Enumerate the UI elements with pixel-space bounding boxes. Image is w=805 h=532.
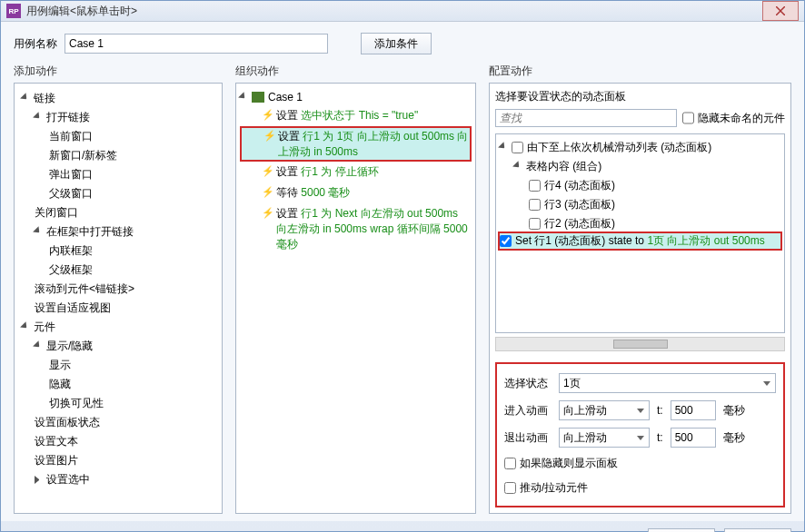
- search-input[interactable]: [495, 109, 677, 127]
- add-condition-button[interactable]: 添加条件: [361, 33, 432, 54]
- mid-panel: Case 1 ⚡设置 选中状态于 This = "true" ⚡设置 行1 为 …: [235, 83, 476, 514]
- tree-show-hide[interactable]: 显示/隐藏: [18, 337, 218, 356]
- show-if-hidden-check[interactable]: 如果隐藏则显示面板: [504, 455, 618, 472]
- window: RP 用例编辑<鼠标单击时> 用例名称 添加条件 添加动作 链接 打开链接 当前…: [0, 0, 805, 532]
- ms-label: 毫秒: [723, 430, 745, 446]
- config-box: 选择状态 1页 进入动画 向上滑动 t: 毫秒 退出动: [495, 362, 785, 507]
- left-header: 添加动作: [14, 64, 223, 79]
- plist-row3[interactable]: 行3 (动态面板): [500, 195, 780, 214]
- enter-anim-label: 进入动画: [504, 403, 552, 419]
- tree-widgets[interactable]: 元件: [18, 318, 218, 337]
- tree-adaptive[interactable]: 设置自适应视图: [18, 299, 218, 318]
- org-tree: Case 1 ⚡设置 选中状态于 This = "true" ⚡设置 行1 为 …: [236, 84, 475, 260]
- exit-anim-select[interactable]: 向上滑动: [559, 428, 650, 448]
- left-panel: 链接 打开链接 当前窗口 新窗口/新标签 弹出窗口 父级窗口 关闭窗口 在框架中…: [14, 83, 223, 514]
- tree-scroll-to[interactable]: 滚动到元件<锚链接>: [18, 280, 218, 299]
- top-row: 用例名称 添加条件: [14, 33, 791, 54]
- tree-close-window[interactable]: 关闭窗口: [18, 203, 218, 222]
- case-icon: [252, 92, 264, 103]
- select-state-label: 选择状态: [504, 376, 552, 391]
- left-column: 添加动作 链接 打开链接 当前窗口 新窗口/新标签 弹出窗口 父级窗口 关闭窗口…: [14, 64, 223, 514]
- case-name-input[interactable]: [65, 34, 328, 54]
- plist-group[interactable]: 表格内容 (组合): [500, 157, 780, 176]
- panel-list: 由下至上依次机械滑动列表 (动态面板) 表格内容 (组合) 行4 (动态面板) …: [495, 133, 785, 333]
- exit-anim-label: 退出动画: [504, 430, 552, 446]
- columns: 添加动作 链接 打开链接 当前窗口 新窗口/新标签 弹出窗口 父级窗口 关闭窗口…: [14, 64, 791, 514]
- action-item-5[interactable]: ⚡设置 行1 为 Next 向左滑动 out 500ms 向左滑动 in 500…: [240, 203, 472, 254]
- bolt-icon: ⚡: [262, 108, 273, 123]
- bolt-icon: ⚡: [262, 206, 273, 251]
- caret-icon: [20, 93, 32, 104]
- tree-current-window[interactable]: 当前窗口: [18, 127, 218, 146]
- caret-icon: [498, 142, 510, 153]
- tree-set-selected[interactable]: 设置选中: [18, 470, 218, 489]
- hide-unnamed-check[interactable]: 隐藏未命名的元件: [682, 108, 785, 128]
- plist-row2[interactable]: 行2 (动态面板): [500, 214, 780, 233]
- bolt-icon: ⚡: [262, 164, 273, 180]
- tree-hide[interactable]: 隐藏: [18, 375, 218, 394]
- action-item-3[interactable]: ⚡设置 行1 为 停止循环: [240, 162, 472, 182]
- caret-icon: [33, 340, 45, 352]
- tree-open-link[interactable]: 打开链接: [18, 108, 218, 127]
- close-button[interactable]: [762, 1, 799, 21]
- enter-anim-time[interactable]: [671, 400, 716, 420]
- tree-links[interactable]: 链接: [18, 89, 218, 108]
- action-item-4[interactable]: ⚡等待 5000 毫秒: [240, 182, 472, 203]
- plist-root[interactable]: 由下至上依次机械滑动列表 (动态面板): [500, 138, 780, 157]
- tree-inline-frame[interactable]: 内联框架: [18, 241, 218, 261]
- choose-panel-label: 选择要设置状态的动态面板: [495, 89, 785, 104]
- case-name-label: 用例名称: [14, 36, 57, 52]
- content: 用例名称 添加条件 添加动作 链接 打开链接 当前窗口 新窗口/新标签 弹出窗口…: [1, 22, 804, 521]
- case-root[interactable]: Case 1: [240, 89, 472, 105]
- tree-open-in-frame[interactable]: 在框架中打开链接: [18, 222, 218, 241]
- hscrollbar[interactable]: [495, 337, 785, 351]
- caret-icon: [512, 161, 524, 172]
- tree-panel-state[interactable]: 设置面板状态: [18, 413, 218, 432]
- ms-label: 毫秒: [723, 403, 745, 419]
- right-panel: 选择要设置状态的动态面板 隐藏未命名的元件 由下至上依次机械滑动列表 (动态面板…: [489, 83, 791, 514]
- bolt-icon: ⚡: [262, 185, 273, 201]
- tree-parent-frame[interactable]: 父级框架: [18, 261, 218, 280]
- window-title: 用例编辑<鼠标单击时>: [26, 4, 760, 19]
- caret-icon: [20, 321, 32, 333]
- action-item-2[interactable]: ⚡设置 行1 为 1页 向上滑动 out 500ms 向上滑动 in 500ms: [240, 126, 472, 163]
- caret-icon: [35, 476, 43, 484]
- plist-row1[interactable]: Set 行1 (动态面板) state to 1页 向上滑动 out 500ms: [498, 232, 782, 251]
- tree-set-text[interactable]: 设置文本: [18, 432, 218, 451]
- footer: 确定 取消: [1, 521, 804, 532]
- t-label: t:: [657, 404, 663, 417]
- t-label: t:: [657, 431, 663, 444]
- enter-anim-select[interactable]: 向上滑动: [559, 400, 650, 420]
- tree-parent-window[interactable]: 父级窗口: [18, 184, 218, 203]
- ok-button[interactable]: 确定: [648, 528, 715, 532]
- mid-column: 组织动作 Case 1 ⚡设置 选中状态于 This = "true" ⚡设置 …: [235, 64, 476, 514]
- push-pull-check[interactable]: 推动/拉动元件: [504, 479, 588, 497]
- tree-show[interactable]: 显示: [18, 356, 218, 375]
- cancel-button[interactable]: 取消: [724, 528, 791, 532]
- titlebar: RP 用例编辑<鼠标单击时>: [1, 1, 804, 22]
- caret-icon: [33, 112, 45, 123]
- action-item-1[interactable]: ⚡设置 选中状态于 This = "true": [240, 105, 472, 126]
- exit-anim-time[interactable]: [671, 428, 716, 448]
- tree-toggle-vis[interactable]: 切换可见性: [18, 394, 218, 413]
- mid-header: 组织动作: [235, 64, 476, 79]
- right-header: 配置动作: [489, 64, 791, 79]
- action-tree: 链接 打开链接 当前窗口 新窗口/新标签 弹出窗口 父级窗口 关闭窗口 在框架中…: [15, 84, 222, 495]
- bolt-icon: ⚡: [263, 129, 274, 160]
- caret-icon: [33, 226, 45, 238]
- select-state[interactable]: 1页: [559, 373, 776, 393]
- app-icon: RP: [6, 4, 21, 18]
- tree-new-window[interactable]: 新窗口/新标签: [18, 146, 218, 165]
- tree-set-image[interactable]: 设置图片: [18, 451, 218, 470]
- tree-popup[interactable]: 弹出窗口: [18, 165, 218, 184]
- plist-row4[interactable]: 行4 (动态面板): [500, 176, 780, 195]
- right-column: 配置动作 选择要设置状态的动态面板 隐藏未命名的元件 由下至上依次机械滑动列表 …: [489, 64, 791, 514]
- caret-icon: [238, 92, 250, 103]
